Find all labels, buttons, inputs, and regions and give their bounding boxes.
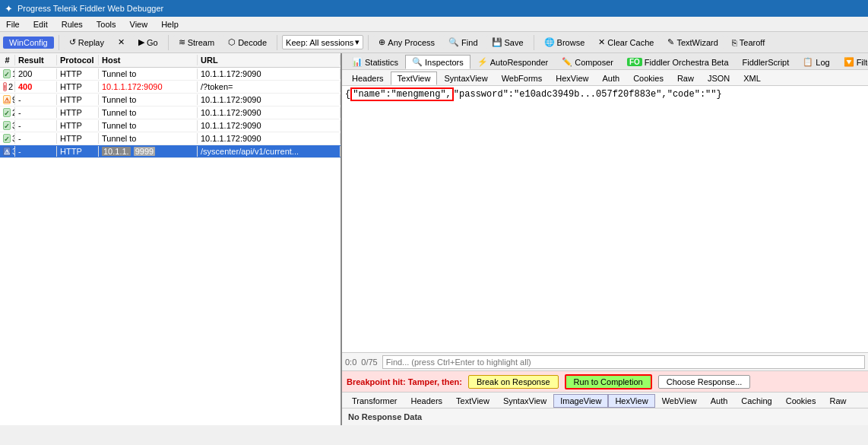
- session-list-header: # Result Protocol Host URL: [0, 53, 341, 68]
- decode-button[interactable]: ⬡ Decode: [223, 35, 272, 49]
- find-icon: 🔍: [448, 37, 459, 47]
- session-row[interactable]: ✓ 1 200 HTTP Tunnel to 10.1.1.172:9090: [0, 68, 341, 81]
- toolbar-sep-4: [368, 35, 369, 50]
- menu-edit[interactable]: Edit: [30, 19, 51, 30]
- subtab-hexview[interactable]: HexView: [549, 72, 595, 85]
- row-host: 10.1.1.172:9090: [99, 81, 198, 92]
- title-bar: ✦ Progress Telerik Fiddler Web Debugger: [0, 0, 868, 17]
- choose-response-button[interactable]: Choose Response...: [658, 375, 751, 389]
- session-row[interactable]: ✓ 38 - HTTP Tunnel to 10.1.1.172:9090: [0, 132, 341, 145]
- toolbar: WinConfig ↺ Replay ✕ ▶ Go ≋ Stream ⬡ Dec…: [0, 32, 868, 53]
- clear-cache-button[interactable]: ✕ Clear Cache: [593, 35, 659, 49]
- stream-button[interactable]: ≋ Stream: [173, 35, 220, 49]
- keep-dropdown[interactable]: Keep: All sessions ▾: [282, 35, 363, 49]
- session-row[interactable]: ⚠ 39 - HTTP 10.1.1. 9999 /syscenter/api/…: [0, 145, 341, 158]
- menu-help[interactable]: Help: [158, 19, 182, 30]
- x-button[interactable]: ✕: [112, 35, 130, 49]
- subtab-raw[interactable]: Raw: [670, 72, 701, 85]
- session-row[interactable]: ✓ 27 - HTTP Tunnel to 10.1.1.172:9090: [0, 106, 341, 119]
- text-wizard-button[interactable]: ✎ TextWizard: [662, 35, 723, 49]
- btab-headers[interactable]: Headers: [404, 394, 450, 408]
- subtab-headers[interactable]: Headers: [345, 72, 391, 85]
- btab-hexview[interactable]: HexView: [608, 394, 654, 408]
- subtab-webforms[interactable]: WebForms: [495, 72, 550, 85]
- tearoff-label: Tearoff: [740, 38, 765, 47]
- clear-icon: ✕: [598, 37, 605, 47]
- go-label: Go: [147, 38, 158, 47]
- replay-button[interactable]: ↺ Replay: [64, 35, 109, 49]
- subtab-json[interactable]: JSON: [701, 72, 737, 85]
- col-header-url: URL: [198, 55, 341, 65]
- tab-filter[interactable]: 🔽 Filter: [837, 55, 868, 69]
- btab-transformer[interactable]: Transformer: [345, 394, 404, 408]
- breakpoint-label: Breakpoint hit: Tamper, then:: [347, 377, 462, 386]
- tearoff-button[interactable]: ⎘ Tearoff: [727, 36, 770, 49]
- row-status-icon: ✓: [3, 134, 11, 143]
- tab-statistics[interactable]: 📊 📊 Statistics Statistics: [345, 55, 405, 69]
- filter-icon: 🔽: [844, 57, 854, 67]
- save-button[interactable]: 💾 Save: [486, 35, 529, 49]
- menu-tools[interactable]: Tools: [93, 19, 119, 30]
- row-protocol: HTTP: [57, 81, 99, 92]
- btab-caching[interactable]: Caching: [734, 394, 778, 408]
- tab-fo[interactable]: FO Fiddler Orchestra Beta: [620, 55, 736, 69]
- find-input[interactable]: [382, 355, 865, 369]
- tab-autoresponder[interactable]: ⚡ AutoResponder: [470, 55, 555, 69]
- break-on-response-button[interactable]: Break on Response: [468, 375, 559, 389]
- find-label: Find: [461, 38, 477, 47]
- bottom-tabs: Transformer Headers TextView SyntaxView …: [342, 393, 868, 408]
- tab-log[interactable]: 📋 Log: [796, 55, 836, 69]
- btab-textview[interactable]: TextView: [449, 394, 496, 408]
- decode-icon: ⬡: [228, 37, 236, 47]
- find-position: 0:0: [345, 358, 356, 367]
- subtab-syntaxview[interactable]: SyntaxView: [437, 72, 494, 85]
- subtab-cookies[interactable]: Cookies: [626, 72, 670, 85]
- compose-icon: ✏️: [562, 57, 572, 67]
- row-host: Tunnel to: [99, 120, 198, 131]
- wizard-icon: ✎: [667, 37, 674, 47]
- session-row[interactable]: ✓ 32 - HTTP Tunnel to 10.1.1.172:9090: [0, 119, 341, 132]
- winconfig-button[interactable]: WinConfig: [3, 37, 54, 49]
- tab-inspectors[interactable]: 🔍 Inspectors: [405, 55, 470, 69]
- btab-cookies[interactable]: Cookies: [779, 394, 823, 408]
- session-row[interactable]: ⚠ 9 - HTTP Tunnel to 10.1.1.172:9090: [0, 94, 341, 106]
- toolbar-sep-2: [168, 35, 169, 50]
- inspect-icon: 🔍: [412, 57, 423, 67]
- log-icon: 📋: [803, 57, 813, 67]
- keep-label: Keep: All sessions: [286, 38, 353, 47]
- any-process-button[interactable]: ⊕ ⊕ Any Process Any Process: [373, 35, 440, 49]
- btab-raw[interactable]: Raw: [822, 394, 853, 408]
- col-header-host: Host: [99, 55, 198, 65]
- btab-syntaxview[interactable]: SyntaxView: [496, 394, 553, 408]
- row-status-icon: ⚠: [3, 95, 11, 104]
- subtab-xml[interactable]: XML: [737, 72, 768, 85]
- find-button[interactable]: 🔍 Find: [443, 35, 483, 49]
- toolbar-sep-3: [277, 35, 277, 50]
- browse-button[interactable]: 🌐 Browse: [539, 35, 591, 49]
- btab-webview[interactable]: WebView: [655, 394, 704, 408]
- find-bar: 0:0 0/75: [342, 353, 868, 371]
- tab-composer[interactable]: ✏️ Composer: [555, 55, 620, 69]
- menu-rules[interactable]: Rules: [59, 19, 86, 30]
- menu-bar: File Edit Rules Tools View Help: [0, 17, 868, 32]
- go-button[interactable]: ▶ Go: [133, 35, 163, 49]
- tab-fiddlerscript[interactable]: FiddlerScript: [736, 55, 797, 69]
- target-icon: ⊕: [379, 37, 385, 47]
- subtab-textview[interactable]: TextView: [391, 72, 438, 85]
- menu-file[interactable]: File: [3, 19, 23, 30]
- session-row[interactable]: ! 2 400 HTTP 10.1.1.172:9090 /?token=: [0, 81, 341, 94]
- app-title: Progress Telerik Fiddler Web Debugger: [17, 4, 163, 13]
- row-result: -: [15, 133, 57, 144]
- btab-imageview[interactable]: ImageView: [553, 394, 608, 408]
- col-header-protocol: Protocol: [57, 55, 99, 65]
- btab-auth[interactable]: Auth: [704, 394, 735, 408]
- save-icon: 💾: [492, 37, 502, 47]
- run-to-completion-button[interactable]: Run to Completion: [565, 374, 652, 389]
- row-url: 10.1.1.172:9090: [198, 107, 341, 118]
- row-num: ⚠ 39: [0, 146, 15, 157]
- subtab-auth[interactable]: Auth: [596, 72, 627, 85]
- menu-view[interactable]: View: [127, 19, 151, 30]
- row-status-icon: ✓: [3, 121, 11, 130]
- row-status-icon: ✓: [3, 108, 11, 117]
- content-area: {"name":"mengmeng","password":"e10adc394…: [342, 86, 868, 352]
